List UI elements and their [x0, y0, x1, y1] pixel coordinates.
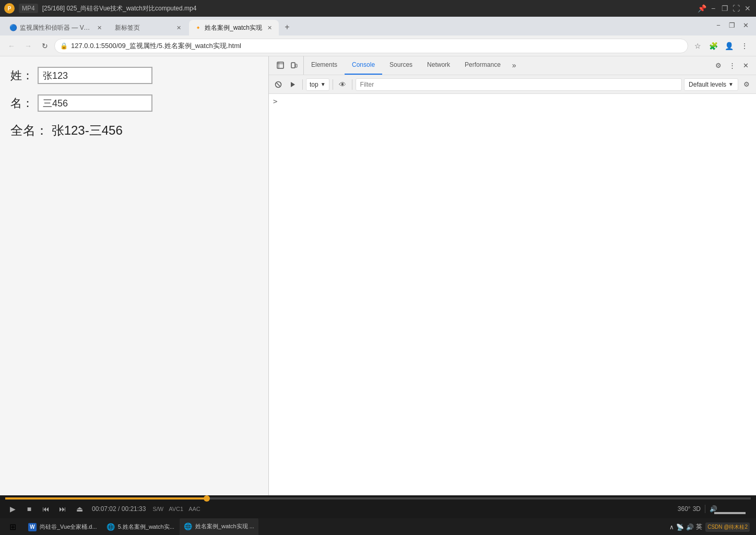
player-right-icons: 360° 3D 🔊 — [678, 505, 751, 513]
toolbar-divider-3 — [352, 79, 352, 90]
taskbar-item-chrome1[interactable]: 🌐 5.姓名案例_watch实... — [102, 518, 179, 536]
potplayer-minimize-button[interactable]: − — [709, 4, 717, 13]
potplayer-titlebar: P MP4 [25/168] 025_尚硅谷Vue技术_watch对比compu… — [0, 0, 756, 17]
play-pause-button[interactable]: ▶ — [5, 502, 20, 516]
run-button[interactable] — [287, 78, 299, 91]
name-row: 名： — [10, 94, 258, 112]
eye-button[interactable]: 👁 — [336, 78, 349, 91]
progress-thumb[interactable] — [204, 495, 210, 502]
potplayer-bottom: ▶ ■ ⏮ ⏭ ⏏ 00:07:02 / 00:21:33 S/W AVC1 A… — [0, 495, 756, 516]
default-levels-label: Default levels — [689, 81, 726, 88]
potplayer-maximize-button[interactable]: ⛶ — [732, 4, 740, 13]
format-avc1: AVC1 — [169, 506, 183, 512]
3d-button[interactable]: 3D — [693, 505, 701, 513]
context-selector[interactable]: top ▼ — [306, 78, 329, 91]
taskbar-item-chrome2[interactable]: 🌐 姓名案例_watch实现 ... — [180, 518, 258, 536]
time-display: 00:07:02 / 00:21:33 — [92, 505, 146, 513]
tab-elements[interactable]: Elements — [304, 56, 345, 75]
svg-line-6 — [277, 83, 280, 86]
tray-network-icon[interactable]: 📡 — [676, 524, 684, 531]
full-name-label: 全名： — [10, 123, 48, 137]
player-controls-bar: ▶ ■ ⏮ ⏭ ⏏ 00:07:02 / 00:21:33 S/W AVC1 A… — [0, 500, 756, 518]
tray-volume-icon[interactable]: 🔊 — [686, 524, 694, 531]
surname-row: 姓： — [10, 67, 258, 84]
forward-button[interactable]: → — [21, 39, 36, 53]
device-toggle-button[interactable] — [288, 59, 300, 72]
tab-network[interactable]: Network — [420, 56, 457, 75]
degrees-button[interactable]: 360° — [678, 505, 691, 513]
tab-sources[interactable]: Sources — [382, 56, 420, 75]
filter-input[interactable] — [356, 78, 682, 91]
svg-rect-0 — [277, 62, 284, 68]
secure-icon: 🔒 — [60, 42, 68, 50]
chrome1-icon: 🌐 — [107, 523, 115, 531]
tab-3-close-button[interactable]: ✕ — [265, 23, 274, 32]
tab-console[interactable]: Console — [345, 56, 382, 75]
start-button[interactable]: ⊞ — [2, 518, 23, 536]
browser-window-controls: − ❐ ✕ — [712, 19, 752, 31]
console-toolbar: top ▼ 👁 Default levels ▼ ⚙ — [269, 75, 756, 94]
extensions-button[interactable]: 🧩 — [706, 39, 720, 53]
tray-expand-button[interactable]: ∧ — [669, 524, 674, 531]
inspect-element-button[interactable] — [274, 59, 287, 72]
menu-button[interactable]: ⋮ — [737, 39, 752, 53]
csdn-watermark: CSDN @待木桂2 — [705, 522, 750, 532]
browser-tab-3[interactable]: 🔸 姓名案例_watch实现 ✕ — [189, 20, 279, 35]
browser-close-button[interactable]: ✕ — [739, 19, 752, 31]
default-levels-button[interactable]: Default levels ▼ — [684, 78, 738, 91]
levels-dropdown-icon: ▼ — [728, 81, 734, 87]
browser-tab-1[interactable]: 🔵 监视属性和侦听器 — Vue.js ✕ — [4, 20, 109, 35]
browser-minimize-button[interactable]: − — [712, 19, 725, 31]
volume-icon[interactable]: 🔊 — [710, 505, 717, 513]
browser-tab-2[interactable]: 新标签页 ✕ — [110, 20, 188, 35]
name-input[interactable] — [38, 94, 152, 112]
potplayer-window-controls: 📌 − ❐ ⛶ ✕ — [698, 4, 752, 13]
volume-bar[interactable] — [714, 512, 746, 514]
potplayer-restore-button[interactable]: ❐ — [720, 4, 729, 13]
tab-2-close-button[interactable]: ✕ — [174, 23, 183, 32]
tray-input-icon[interactable]: 英 — [696, 522, 702, 531]
tab-1-favicon: 🔵 — [9, 24, 17, 31]
devtools-more-button[interactable]: ⋮ — [726, 59, 738, 72]
potplayer-pin-button[interactable]: 📌 — [698, 4, 706, 13]
toolbar-divider-2 — [333, 79, 333, 90]
context-dropdown-icon: ▼ — [321, 81, 326, 87]
address-bar[interactable]: 🔒 127.0.0.1:5500/09_监视属性/5.姓名案例_watch实现.… — [54, 39, 688, 53]
taskbar-item-word[interactable]: W 尚硅谷_Vue全家桶.d... — [24, 518, 101, 536]
devtools-panel: Elements Console Sources Network Perform… — [268, 56, 756, 495]
devtools-right-actions: ⚙ ⋮ ✕ — [710, 56, 754, 75]
surname-input[interactable] — [38, 67, 152, 84]
progress-bar[interactable] — [5, 497, 751, 500]
time-current: 00:07:02 — [92, 505, 116, 513]
refresh-button[interactable]: ↻ — [38, 39, 52, 53]
console-prompt[interactable]: > — [273, 96, 752, 106]
tab-3-favicon: 🔸 — [194, 24, 202, 31]
browser-toolbar: ← → ↻ 🔒 127.0.0.1:5500/09_监视属性/5.姓名案例_wa… — [0, 35, 756, 56]
bookmark-button[interactable]: ☆ — [690, 39, 705, 53]
browser-restore-button[interactable]: ❐ — [726, 19, 738, 31]
eject-button[interactable]: ⏏ — [72, 502, 87, 516]
console-settings-button[interactable]: ⚙ — [740, 78, 753, 91]
name-label: 名： — [10, 96, 33, 111]
tab-1-close-button[interactable]: ✕ — [95, 23, 103, 32]
next-button[interactable]: ⏭ — [55, 502, 70, 516]
time-separator: / — [118, 505, 122, 513]
stop-button[interactable]: ■ — [22, 502, 37, 516]
progress-fill — [5, 497, 207, 500]
more-tabs-button[interactable]: » — [508, 56, 521, 75]
prev-button[interactable]: ⏮ — [39, 502, 53, 516]
back-button[interactable]: ← — [4, 39, 19, 53]
new-tab-button[interactable]: + — [280, 20, 294, 34]
profile-button[interactable]: 👤 — [722, 39, 736, 53]
tab-2-label: 新标签页 — [115, 23, 171, 32]
tab-performance[interactable]: Performance — [457, 56, 508, 75]
taskbar-right-area: ∧ 📡 🔊 英 CSDN @待木桂2 — [669, 522, 754, 532]
full-name-value: 张123-三456 — [52, 123, 123, 137]
potplayer-close-button[interactable]: ✕ — [743, 4, 752, 13]
toolbar-right-buttons: ☆ 🧩 👤 ⋮ — [690, 39, 752, 53]
devtools-settings-button[interactable]: ⚙ — [712, 59, 725, 72]
taskbar-chrome1-label: 5.姓名案例_watch实... — [118, 523, 174, 531]
devtools-close-button[interactable]: ✕ — [739, 59, 752, 72]
clear-console-button[interactable] — [272, 78, 285, 91]
address-text: 127.0.0.1:5500/09_监视属性/5.姓名案例_watch实现.ht… — [71, 41, 682, 51]
